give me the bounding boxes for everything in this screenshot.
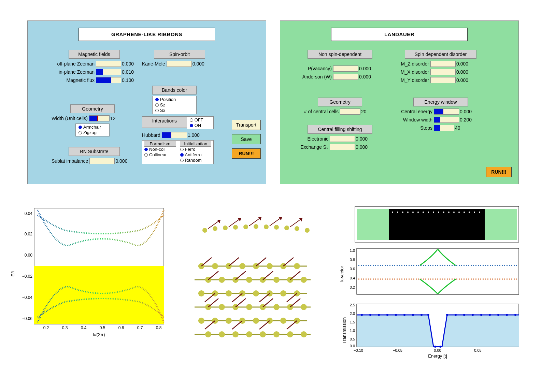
svg-point-117	[397, 212, 398, 213]
window-width-slider[interactable]	[434, 117, 459, 123]
bands-color-options: Position Sz Sx	[152, 96, 197, 114]
steps-slider[interactable]	[434, 125, 454, 131]
svg-point-71	[246, 304, 252, 310]
initialization-header: Initialization	[180, 141, 212, 147]
svg-line-106	[263, 299, 273, 307]
svg-point-120	[412, 212, 414, 213]
svg-line-107	[290, 299, 300, 307]
svg-text:0.3: 0.3	[62, 325, 68, 330]
svg-point-129	[458, 212, 460, 213]
mz-label: M_Z disorder	[396, 61, 430, 67]
svg-text:−0.06: −0.06	[22, 316, 33, 321]
svg-point-22	[254, 224, 258, 229]
svg-point-76	[198, 318, 204, 324]
svg-point-90	[287, 331, 293, 337]
init-random[interactable]: Random	[180, 158, 212, 163]
ncells-value: 20	[360, 109, 367, 114]
init-ferro[interactable]: Ferro	[180, 147, 212, 152]
off-plane-slider[interactable]	[96, 61, 121, 67]
device-sketch	[338, 205, 522, 246]
mx-value: 0.000	[456, 69, 468, 75]
svg-rect-134	[357, 248, 519, 294]
geometry-zigzag[interactable]: Zigzag	[79, 130, 106, 135]
off-plane-value: 0.000	[121, 61, 134, 67]
svg-text:0.7: 0.7	[137, 325, 143, 330]
svg-line-111	[287, 321, 297, 329]
hubbard-slider[interactable]	[162, 132, 187, 138]
svg-point-155	[412, 314, 414, 316]
svg-point-21	[243, 224, 248, 229]
pvac-value: 0.000	[358, 66, 371, 71]
flux-label: Magnetic flux	[52, 77, 96, 83]
svg-point-24	[274, 225, 279, 230]
svg-point-164	[480, 314, 482, 316]
pvac-slider[interactable]	[333, 66, 358, 72]
my-slider[interactable]	[430, 77, 456, 83]
interactions-off[interactable]: OFF	[190, 117, 211, 123]
svg-line-105	[236, 299, 246, 307]
svg-point-128	[453, 212, 455, 213]
svg-point-87	[246, 331, 252, 337]
svg-point-131	[469, 212, 470, 213]
svg-point-73	[273, 304, 280, 310]
kane-mele-value: 0.000	[192, 61, 204, 67]
svg-text:0.5: 0.5	[350, 337, 355, 341]
init-antiferro[interactable]: Antiferro	[180, 152, 212, 158]
formalism-collinear[interactable]: Collinear	[144, 152, 176, 158]
run-button-right[interactable]: RUN!!!	[486, 167, 512, 177]
window-width-value: 0.200	[459, 117, 472, 122]
exchange-value: 0.000	[355, 144, 368, 150]
formalism-noncoll[interactable]: Non-coll	[144, 147, 176, 152]
transmission-plot: 2.52.01.51.00.50.0 −0.10 −0.05 0.00 0.05	[338, 302, 522, 360]
flux-slider[interactable]	[96, 77, 121, 83]
landauer-geometry-header: Geometry	[318, 98, 362, 106]
interactions-on[interactable]: ON	[190, 123, 211, 128]
run-button-left[interactable]: RUN!!!	[232, 148, 261, 159]
in-plane-slider[interactable]	[96, 69, 121, 75]
svg-line-108	[205, 321, 215, 329]
central-energy-slider[interactable]	[434, 108, 459, 115]
save-button[interactable]: Save	[232, 134, 261, 144]
svg-point-127	[448, 212, 450, 213]
bands-color-position[interactable]: Position	[155, 97, 194, 102]
svg-point-122	[423, 212, 424, 213]
bn-substrate-header: BN Substrate	[69, 147, 120, 156]
svg-text:−0.05: −0.05	[393, 348, 402, 352]
svg-point-165	[489, 314, 491, 316]
landauer-title: LANDAUER	[331, 28, 468, 41]
svg-point-57	[273, 277, 280, 283]
svg-line-101	[232, 293, 242, 302]
exchange-slider[interactable]	[330, 144, 355, 150]
electronic-label: Electronic	[296, 136, 330, 142]
svg-point-156	[420, 314, 423, 316]
transport-button[interactable]: Transport	[232, 120, 261, 130]
in-plane-value: 0.010	[121, 69, 134, 75]
ribbons-title: GRAPHENE-LIKE RIBBONS	[79, 28, 215, 41]
mx-slider[interactable]	[430, 69, 456, 75]
svg-point-19	[223, 226, 228, 230]
electronic-slider[interactable]	[330, 136, 355, 142]
anderson-slider[interactable]	[333, 74, 358, 80]
svg-point-153	[395, 314, 397, 316]
sublat-slider[interactable]	[89, 158, 115, 164]
kane-mele-slider[interactable]	[167, 61, 192, 67]
ncells-slider[interactable]	[340, 108, 360, 115]
svg-point-89	[273, 331, 280, 337]
svg-point-130	[464, 212, 465, 213]
mz-slider[interactable]	[430, 61, 456, 67]
svg-text:k/(2π): k/(2π)	[93, 332, 105, 337]
energy-header: Energy window	[413, 98, 468, 106]
geometry-armchair[interactable]: Armchair	[79, 125, 106, 130]
transport-plots-column: k-vector 1.00.80.60.40.2 Transmission	[338, 205, 522, 361]
svg-text:2.0: 2.0	[350, 311, 355, 316]
svg-point-166	[497, 314, 499, 316]
bands-color-sz[interactable]: Sz	[155, 102, 194, 108]
svg-text:0.0: 0.0	[350, 344, 355, 348]
svg-point-20	[233, 225, 238, 230]
svg-point-26	[295, 226, 299, 231]
svg-point-60	[198, 290, 204, 296]
spin-dep-header: Spin dependent disorder	[405, 50, 476, 59]
bands-color-sx[interactable]: Sx	[155, 108, 194, 113]
svg-point-154	[403, 314, 405, 316]
width-slider[interactable]	[89, 115, 110, 121]
